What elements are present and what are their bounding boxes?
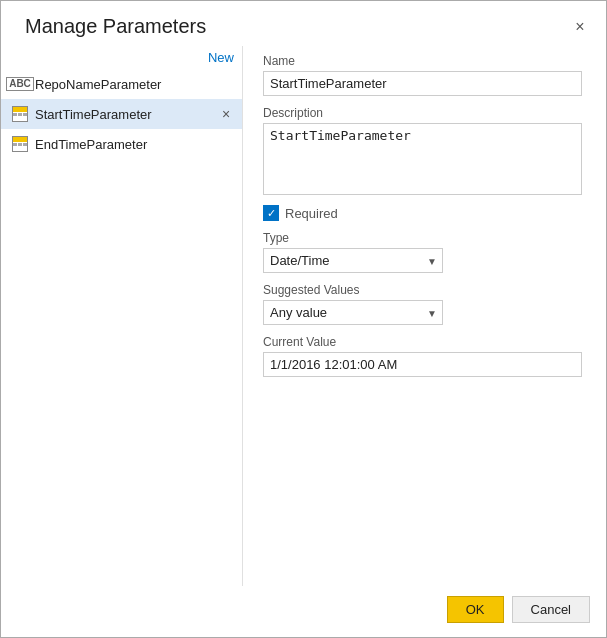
list-item[interactable]: EndTimeParameter (1, 129, 242, 159)
description-label: Description (263, 106, 582, 120)
parameter-list: ABC RepoNameParameter (1, 69, 242, 586)
param-label: StartTimeParameter (35, 107, 218, 122)
required-label: Required (285, 206, 338, 221)
ok-button[interactable]: OK (447, 596, 504, 623)
suggested-select[interactable]: Any value List of values (263, 300, 443, 325)
manage-parameters-dialog: Manage Parameters × New ABC RepoNamePara… (0, 0, 607, 638)
delete-param-button[interactable]: × (218, 106, 234, 122)
suggested-select-wrapper: Any value List of values ▼ (263, 300, 443, 325)
current-value-field-group: Current Value (263, 335, 582, 377)
calendar-icon (11, 105, 29, 123)
description-field-group: Description StartTimeParameter (263, 106, 582, 195)
required-row: ✓ Required (263, 205, 582, 221)
title-bar: Manage Parameters × (1, 1, 606, 46)
name-label: Name (263, 54, 582, 68)
suggested-field-group: Suggested Values Any value List of value… (263, 283, 582, 325)
description-textarea[interactable]: StartTimeParameter (263, 123, 582, 195)
cancel-button[interactable]: Cancel (512, 596, 590, 623)
name-field-group: Name (263, 54, 582, 96)
abc-icon: ABC (11, 75, 29, 93)
dialog-body: New ABC RepoNameParameter (1, 46, 606, 586)
dialog-title: Manage Parameters (25, 15, 206, 38)
param-label: EndTimeParameter (35, 137, 234, 152)
list-item[interactable]: StartTimeParameter × (1, 99, 242, 129)
left-panel: New ABC RepoNameParameter (1, 46, 243, 586)
current-value-input[interactable] (263, 352, 582, 377)
new-link[interactable]: New (208, 50, 234, 65)
checkmark-icon: ✓ (267, 208, 276, 219)
current-value-label: Current Value (263, 335, 582, 349)
calendar-icon (11, 135, 29, 153)
required-checkbox[interactable]: ✓ (263, 205, 279, 221)
list-item[interactable]: ABC RepoNameParameter (1, 69, 242, 99)
param-label: RepoNameParameter (35, 77, 234, 92)
close-button[interactable]: × (570, 17, 590, 37)
type-select-wrapper: Date/Time Text Number Boolean Binary Lis… (263, 248, 443, 273)
type-label: Type (263, 231, 582, 245)
type-select[interactable]: Date/Time Text Number Boolean Binary Lis… (263, 248, 443, 273)
right-panel: Name Description StartTimeParameter ✓ Re… (243, 46, 606, 586)
suggested-label: Suggested Values (263, 283, 582, 297)
dialog-footer: OK Cancel (1, 586, 606, 637)
name-input[interactable] (263, 71, 582, 96)
new-link-row: New (1, 46, 242, 69)
type-field-group: Type Date/Time Text Number Boolean Binar… (263, 231, 582, 273)
